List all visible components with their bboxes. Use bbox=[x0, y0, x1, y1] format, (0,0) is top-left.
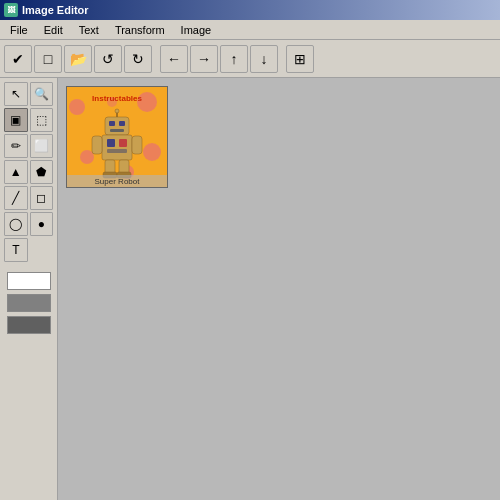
svg-rect-11 bbox=[110, 129, 124, 132]
paint-brush-tool[interactable]: ⬟ bbox=[30, 160, 54, 184]
select-rect-tool[interactable]: ▣ bbox=[4, 108, 28, 132]
ellipse-tool[interactable]: ◯ bbox=[4, 212, 28, 236]
menubar: FileEditTextTransformImage bbox=[0, 20, 500, 40]
arrow-left-button[interactable]: ← bbox=[160, 45, 188, 73]
white-swatch[interactable] bbox=[7, 272, 51, 290]
menu-item-image[interactable]: Image bbox=[173, 22, 220, 38]
gray1-swatch[interactable] bbox=[7, 294, 51, 312]
undo-button[interactable]: ↺ bbox=[94, 45, 122, 73]
image-canvas: Instructables bbox=[67, 87, 167, 187]
svg-point-13 bbox=[115, 109, 119, 113]
select-free-tool[interactable]: ⬚ bbox=[30, 108, 54, 132]
tool-row: ◯● bbox=[4, 212, 53, 236]
swatch-area bbox=[4, 272, 53, 334]
fill-ellipse-tool[interactable]: ● bbox=[30, 212, 54, 236]
svg-rect-16 bbox=[119, 139, 127, 147]
titlebar: 🖼 Image Editor bbox=[0, 0, 500, 20]
svg-point-4 bbox=[143, 143, 161, 161]
main-area: ↖🔍▣⬚✏⬜▲⬟╱◻◯●T Instructables bbox=[0, 78, 500, 500]
tool-row: ✏⬜ bbox=[4, 134, 53, 158]
app-icon: 🖼 bbox=[4, 3, 18, 17]
eraser-tool[interactable]: ⬜ bbox=[30, 134, 54, 158]
menu-item-transform[interactable]: Transform bbox=[107, 22, 173, 38]
paint-bucket-tool[interactable]: ▲ bbox=[4, 160, 28, 184]
svg-point-1 bbox=[69, 99, 85, 115]
gray2-swatch[interactable] bbox=[7, 316, 51, 334]
canvas-area[interactable]: Instructables bbox=[58, 78, 500, 500]
svg-rect-9 bbox=[109, 121, 115, 126]
redo-button[interactable]: ↻ bbox=[124, 45, 152, 73]
arrow-up-button[interactable]: ↑ bbox=[220, 45, 248, 73]
tool-row: ▲⬟ bbox=[4, 160, 53, 184]
accept-button[interactable]: ✔ bbox=[4, 45, 32, 73]
tool-row: ▣⬚ bbox=[4, 108, 53, 132]
svg-rect-17 bbox=[107, 149, 127, 153]
image-container[interactable]: Instructables bbox=[66, 86, 168, 188]
svg-rect-10 bbox=[119, 121, 125, 126]
open-button[interactable]: 📂 bbox=[64, 45, 92, 73]
app-title: Image Editor bbox=[22, 4, 89, 16]
menu-item-text[interactable]: Text bbox=[71, 22, 107, 38]
line-tool[interactable]: ╱ bbox=[4, 186, 28, 210]
svg-text:Instructables: Instructables bbox=[92, 94, 142, 103]
grid-button[interactable]: ⊞ bbox=[286, 45, 314, 73]
svg-text:Super Robot: Super Robot bbox=[95, 177, 141, 186]
menu-item-edit[interactable]: Edit bbox=[36, 22, 71, 38]
toolbar: ✔□📂↺↻←→↑↓⊞ bbox=[0, 40, 500, 78]
arrow-down-button[interactable]: ↓ bbox=[250, 45, 278, 73]
zoom-tool[interactable]: 🔍 bbox=[30, 82, 54, 106]
menu-item-file[interactable]: File bbox=[2, 22, 36, 38]
pointer-tool[interactable]: ↖ bbox=[4, 82, 28, 106]
new-button[interactable]: □ bbox=[34, 45, 62, 73]
tool-row: T bbox=[4, 238, 53, 262]
text-tool[interactable]: T bbox=[4, 238, 28, 262]
arrow-right-button[interactable]: → bbox=[190, 45, 218, 73]
rect-shape-tool[interactable]: ◻ bbox=[30, 186, 54, 210]
tool-row: ╱◻ bbox=[4, 186, 53, 210]
svg-rect-14 bbox=[102, 135, 132, 160]
svg-rect-15 bbox=[107, 139, 115, 147]
pencil-tool[interactable]: ✏ bbox=[4, 134, 28, 158]
tools-panel: ↖🔍▣⬚✏⬜▲⬟╱◻◯●T bbox=[0, 78, 58, 500]
svg-rect-19 bbox=[132, 136, 142, 154]
tool-row: ↖🔍 bbox=[4, 82, 53, 106]
svg-rect-18 bbox=[92, 136, 102, 154]
svg-rect-8 bbox=[105, 117, 129, 135]
